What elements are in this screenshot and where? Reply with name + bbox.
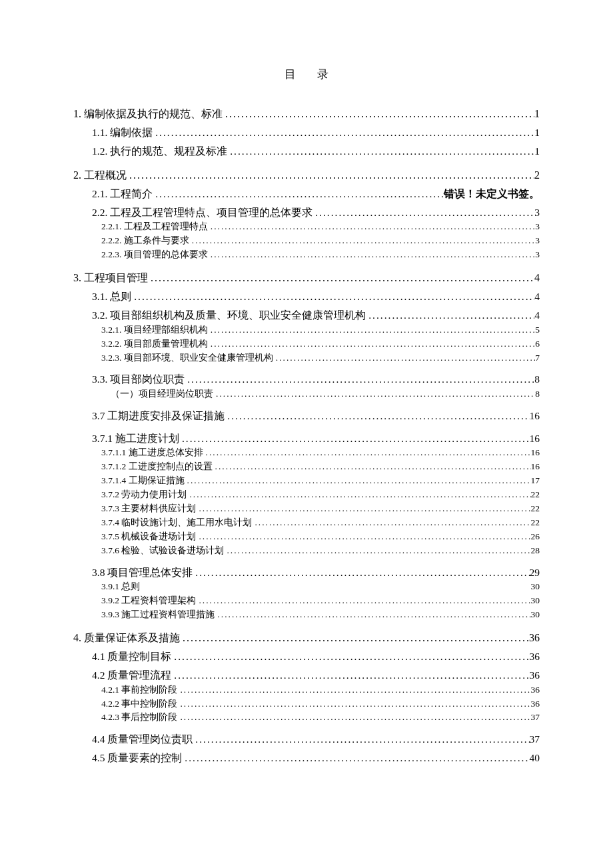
- toc-entry-label: 1.2. 执行的规范、规程及标准: [92, 144, 227, 159]
- toc-entry-label: 3.2.2. 项目部质量管理机构: [101, 338, 208, 351]
- toc-entry[interactable]: 3.1. 总则4: [92, 289, 540, 304]
- toc-leader-dots: [215, 609, 530, 621]
- toc-leader-dots: [208, 221, 536, 233]
- toc-entry-label: 4.2.1 事前控制阶段: [101, 684, 177, 697]
- toc-leader-dots: [177, 711, 530, 724]
- toc-entry[interactable]: 2. 工程概况2: [73, 168, 540, 183]
- toc-entry-label: 2.2.3. 项目管理的总体要求: [101, 249, 208, 261]
- toc-entry[interactable]: 2.2.3. 项目管理的总体要求3: [101, 249, 540, 261]
- toc-entry[interactable]: 1.1. 编制依据1: [92, 125, 540, 140]
- toc-entry[interactable]: 3.7.3 主要材料供应计划22: [101, 503, 540, 515]
- toc-entry-label: 3.9.1 总则: [101, 581, 140, 593]
- toc-entry-label: 2.2.2. 施工条件与要求: [101, 235, 189, 247]
- toc-entry-label: 2.2. 工程及工程管理特点、项目管理的总体要求: [92, 205, 312, 220]
- toc-entry[interactable]: 3.9.2 工程资料管理架构30: [101, 595, 540, 607]
- toc-page-number: 22: [531, 503, 540, 515]
- toc-leader-dots: [208, 324, 536, 337]
- toc-entry[interactable]: 3.7.2 劳动力使用计划22: [101, 489, 540, 501]
- toc-entry[interactable]: 3. 工程项目管理4: [73, 271, 540, 285]
- toc-entry[interactable]: 3.3. 项目部岗位职责8: [92, 372, 540, 387]
- toc-entry[interactable]: 1.2. 执行的规范、规程及标准1: [92, 144, 540, 159]
- toc-entry-label: 2. 工程概况: [73, 168, 127, 183]
- toc-entry-label: 3.7 工期进度安排及保证措施: [92, 409, 225, 423]
- toc-entry[interactable]: 3.2.1. 项目经理部组织机构5: [101, 324, 540, 337]
- toc-entry[interactable]: 3.7.6 检验、试验设备进场计划28: [101, 545, 540, 557]
- toc-entry[interactable]: 4. 质量保证体系及措施36: [73, 631, 540, 645]
- toc-entry[interactable]: 4.1 质量控制目标36: [92, 649, 540, 664]
- toc-page-number: 36: [530, 668, 540, 683]
- toc-page-number: 30: [531, 609, 540, 621]
- toc-leader-dots: [153, 125, 534, 140]
- toc-page-number: 29: [530, 565, 540, 580]
- toc-entry[interactable]: 3.8 项目管理总体安排29: [92, 565, 540, 580]
- toc-entry-label: 4.4 质量管理岗位责职: [92, 732, 193, 747]
- toc-entry[interactable]: 4.4 质量管理岗位责职37: [92, 732, 540, 747]
- toc-entry[interactable]: 3.7.1 施工进度计划16: [92, 431, 540, 446]
- toc-page-number: 4: [534, 308, 540, 323]
- toc-entry[interactable]: 3.2.3. 项目部环境、职业安全健康管理机构7: [101, 352, 540, 365]
- toc-entry[interactable]: 4.2 质量管理流程36: [92, 668, 540, 683]
- toc-entry[interactable]: 4.2.3 事后控制阶段37: [101, 711, 540, 724]
- toc-leader-dots: [213, 461, 531, 473]
- toc-page-number: 40: [530, 751, 540, 765]
- toc-entry[interactable]: 2.2.1. 工程及工程管理特点3: [101, 221, 540, 233]
- toc-entry[interactable]: 1. 编制依据及执行的规范、标准1: [73, 107, 540, 121]
- toc-entry[interactable]: 4.2.2 事中控制阶段36: [101, 698, 540, 711]
- toc-entry[interactable]: 3.9.3 施工过程资料管理措施30: [101, 609, 540, 621]
- toc-entry-label: （一）项目经理岗位职责: [111, 388, 213, 401]
- toc-entry[interactable]: 4.5 质量要素的控制40: [92, 751, 540, 765]
- toc-entry-label: 3.2. 项目部组织机构及质量、环境、职业安全健康管理机构: [92, 308, 366, 323]
- toc-leader-dots: [179, 431, 530, 446]
- toc-page-number: 错误！未定义书签。: [444, 187, 540, 201]
- toc-leader-dots: [189, 235, 536, 247]
- toc-entry[interactable]: 2.2. 工程及工程管理特点、项目管理的总体要求3: [92, 205, 540, 220]
- toc-entry-label: 3.7.1.1 施工进度总体安排: [101, 447, 203, 459]
- toc-leader-dots: [196, 503, 530, 515]
- toc-leader-dots: [177, 684, 530, 697]
- toc-leader-dots: [182, 751, 529, 765]
- toc-leader-dots: [153, 187, 444, 201]
- toc-page-number: 5: [535, 324, 540, 337]
- toc-entry[interactable]: 3.9.1 总则30: [101, 581, 540, 593]
- toc-leader-dots: [213, 388, 535, 401]
- toc-leader-dots: [185, 372, 534, 387]
- toc-entry[interactable]: 3.7.4 临时设施计划、施工用水电计划22: [101, 517, 540, 529]
- toc-page-number: 6: [535, 338, 540, 351]
- toc-leader-dots: [171, 668, 529, 683]
- toc-page-number: 37: [530, 732, 540, 747]
- toc-entry[interactable]: 2.2.2. 施工条件与要求3: [101, 235, 540, 247]
- toc-entry-label: 3.7.5 机械设备进场计划: [101, 531, 196, 543]
- toc-entry-label: 4.2 质量管理流程: [92, 668, 171, 683]
- toc-entry-label: 3.8 项目管理总体安排: [92, 565, 193, 580]
- toc-entry-label: 4. 质量保证体系及措施: [73, 631, 180, 645]
- toc-leader-dots: [131, 289, 534, 304]
- toc-entry[interactable]: 3.2. 项目部组织机构及质量、环境、职业安全健康管理机构4: [92, 308, 540, 323]
- toc-leader-dots: [196, 595, 530, 607]
- toc-entry[interactable]: 2.1. 工程简介错误！未定义书签。: [92, 187, 540, 201]
- toc-entry[interactable]: 3.7.1.4 工期保证措施17: [101, 475, 540, 487]
- toc-page-number: 22: [531, 489, 540, 501]
- toc-page-number: 30: [531, 595, 540, 607]
- toc-entry[interactable]: 3.7 工期进度安排及保证措施16: [92, 409, 540, 423]
- toc-page-number: 36: [530, 649, 540, 664]
- toc-page-number: 22: [531, 517, 540, 529]
- toc-entry-label: 4.2.2 事中控制阶段: [101, 698, 177, 711]
- toc-entry[interactable]: 3.7.1.1 施工进度总体安排16: [101, 447, 540, 459]
- toc-leader-dots: [224, 545, 530, 557]
- toc-leader-dots: [127, 168, 534, 183]
- toc-entry[interactable]: 3.7.5 机械设备进场计划26: [101, 531, 540, 543]
- toc-page-number: 36: [531, 684, 540, 697]
- toc-leader-dots: [193, 565, 529, 580]
- toc-entry[interactable]: 3.7.1.2 工进度控制点的设置16: [101, 461, 540, 473]
- toc-page-number: 16: [530, 431, 540, 446]
- document-page: 目录 1. 编制依据及执行的规范、标准11.1. 编制依据11.2. 执行的规范…: [0, 0, 613, 827]
- toc-entry-label: 3. 工程项目管理: [73, 271, 148, 285]
- toc-entry[interactable]: （一）项目经理岗位职责8: [111, 388, 540, 401]
- toc-page-number: 2: [534, 168, 540, 183]
- toc-entry[interactable]: 4.2.1 事前控制阶段36: [101, 684, 540, 697]
- toc-page-number: 1: [534, 125, 540, 140]
- toc-entry-label: 2.1. 工程简介: [92, 187, 153, 201]
- toc-entry[interactable]: 3.2.2. 项目部质量管理机构6: [101, 338, 540, 351]
- toc-leader-dots: [185, 475, 531, 487]
- toc-page-number: 3: [534, 205, 540, 220]
